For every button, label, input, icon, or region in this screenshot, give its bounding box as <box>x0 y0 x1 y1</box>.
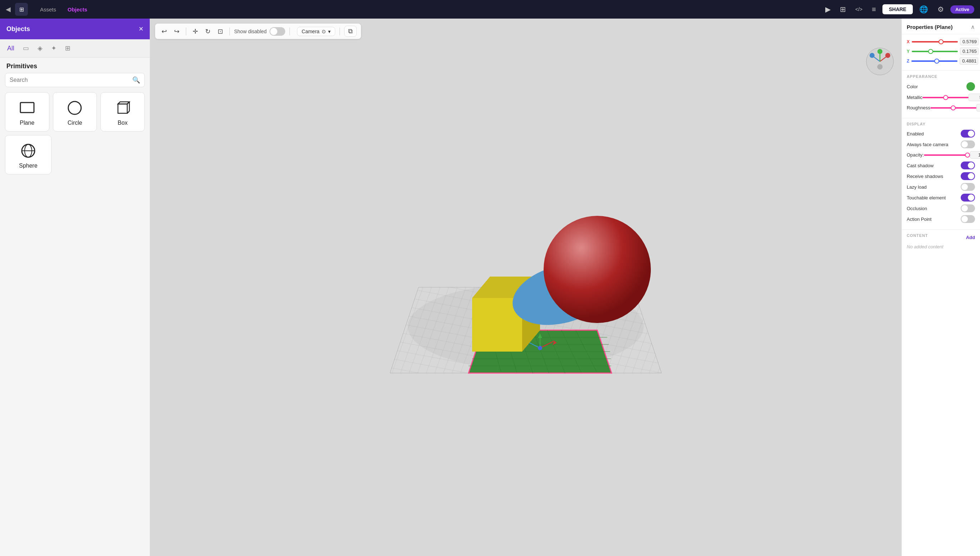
cast-shadow-toggle[interactable] <box>961 162 975 170</box>
camera-label: Camera <box>302 29 320 34</box>
svg-point-1 <box>68 102 81 114</box>
roughness-slider-wrap <box>930 107 977 108</box>
move-tool[interactable]: ✛ <box>191 27 200 36</box>
svg-rect-3 <box>118 104 127 113</box>
no-content-label: No added content <box>907 244 944 249</box>
top-nav-actions: ▶ ⊞ </> ≡ SHARE 🌐 ⚙ Active <box>822 3 974 15</box>
tab-effects[interactable]: ✦ <box>50 43 58 53</box>
opacity-value: 100 <box>970 151 980 158</box>
doc-button[interactable]: ≡ <box>869 4 879 15</box>
primitive-sphere[interactable]: Sphere <box>5 135 52 175</box>
collapse-button[interactable]: ∧ <box>971 24 975 31</box>
content-header-row: CONTENT Add <box>907 233 975 241</box>
undo-button[interactable]: ↩ <box>159 27 169 36</box>
z-value: 0.4881 <box>960 57 978 65</box>
x-label: X <box>907 39 910 44</box>
roughness-slider[interactable] <box>930 107 977 108</box>
tab-shapes[interactable]: ▭ <box>21 43 31 53</box>
receive-shadows-toggle[interactable] <box>961 172 975 180</box>
camera-chevron: ▾ <box>328 29 331 34</box>
search-icon: 🔍 <box>132 76 140 84</box>
search-input[interactable] <box>10 77 132 83</box>
appearance-section: APPEARANCE Color Metallic 50 Roughness 5… <box>902 71 980 118</box>
z-slider-wrap <box>911 60 957 62</box>
viewport: ↩ ↪ ✛ ↻ ⊡ Show disabled Camera ⊙ ▾ ⧉ <box>150 19 901 556</box>
circle-label: Circle <box>68 120 82 126</box>
touchable-element-toggle[interactable] <box>961 194 975 202</box>
svg-point-40 <box>885 53 890 58</box>
action-point-toggle[interactable] <box>961 215 975 223</box>
grid-button[interactable]: ⊞ <box>837 3 849 15</box>
box-icon <box>114 99 131 117</box>
toolbar-divider4 <box>340 27 340 36</box>
tab-grid[interactable]: ⊞ <box>64 43 72 53</box>
y-slider[interactable] <box>912 51 958 52</box>
tab-assets[interactable]: Assets <box>35 4 61 15</box>
z-label: Z <box>907 58 909 64</box>
sphere-icon <box>19 142 37 160</box>
panel-tabs: All ▭ ◈ ✦ ⊞ <box>0 39 150 58</box>
svg-point-32 <box>538 346 542 350</box>
show-disabled-toggle[interactable] <box>270 27 285 36</box>
position-section: X 0.5769 Y 0.1765 Z 0.4881 <box>902 34 980 71</box>
lazy-load-toggle[interactable] <box>961 183 975 191</box>
x-row: X 0.5769 <box>907 38 975 45</box>
play-button[interactable]: ▶ <box>822 3 833 15</box>
tab-lights[interactable]: ◈ <box>36 43 44 53</box>
camera-button[interactable]: Camera ⊙ ▾ <box>297 27 335 36</box>
color-swatch[interactable] <box>966 82 975 91</box>
lazy-load-row: Lazy load <box>907 183 975 191</box>
touchable-element-row: Touchable element <box>907 194 975 202</box>
opacity-label: Opacity: <box>907 152 924 158</box>
display-title: DISPLAY <box>907 122 975 126</box>
scene-svg <box>390 166 661 409</box>
metallic-slider-wrap <box>922 97 969 98</box>
code-button[interactable]: </> <box>852 5 865 14</box>
primitive-plane[interactable]: Plane <box>5 92 49 131</box>
redo-button[interactable]: ↪ <box>172 27 181 36</box>
roughness-row: Roughness 50 <box>907 104 975 112</box>
action-point-row: Action Point <box>907 215 975 223</box>
receive-shadows-row: Receive shadows <box>907 172 975 180</box>
circle-icon <box>66 99 84 117</box>
panel-close-button[interactable]: × <box>139 24 143 34</box>
x-slider[interactable] <box>912 41 958 42</box>
panel-title: Objects <box>6 25 30 33</box>
back-icon[interactable]: ◀ <box>6 5 11 13</box>
opacity-slider[interactable] <box>924 154 970 156</box>
menu-icon[interactable]: ⊞ <box>15 3 28 16</box>
z-row: Z 0.4881 <box>907 57 975 65</box>
tab-objects[interactable]: Objects <box>63 4 92 15</box>
copy-button[interactable]: ⧉ <box>344 26 357 37</box>
svg-point-42 <box>870 53 875 58</box>
right-panel: Properties (Plane) ∧ X 0.5769 Y 0.1765 Z <box>901 19 980 556</box>
enabled-toggle[interactable] <box>961 130 975 137</box>
occlusion-toggle[interactable] <box>961 204 975 212</box>
settings-button[interactable]: ⚙ <box>935 3 947 15</box>
active-badge: Active <box>950 5 974 14</box>
scale-tool[interactable]: ⊡ <box>215 27 225 36</box>
axis-widget <box>866 47 894 77</box>
svg-rect-0 <box>20 103 34 113</box>
properties-title: Properties (Plane) <box>907 24 953 30</box>
scene-container <box>150 19 901 556</box>
z-slider[interactable] <box>911 60 957 62</box>
toolbar-divider3 <box>289 27 290 36</box>
always-face-camera-toggle[interactable] <box>961 141 975 148</box>
share-button[interactable]: SHARE <box>883 4 913 14</box>
enabled-row: Enabled <box>907 130 975 137</box>
plane-label: Plane <box>19 120 34 126</box>
cast-shadow-label: Cast shadow <box>907 163 961 168</box>
tab-all[interactable]: All <box>6 43 16 53</box>
metallic-slider[interactable] <box>922 97 969 98</box>
add-content-button[interactable]: Add <box>966 235 975 240</box>
content-section: CONTENT Add No added content <box>902 230 980 253</box>
occlusion-row: Occlusion <box>907 204 975 212</box>
planet-button[interactable]: 🌐 <box>916 3 931 15</box>
rotate-tool[interactable]: ↻ <box>203 27 213 36</box>
primitive-circle[interactable]: Circle <box>53 92 97 131</box>
occlusion-label: Occlusion <box>907 206 961 211</box>
primitive-box[interactable]: Box <box>100 92 145 131</box>
x-value: 0.5769 <box>960 38 978 45</box>
panel-header: Objects × <box>0 19 150 39</box>
